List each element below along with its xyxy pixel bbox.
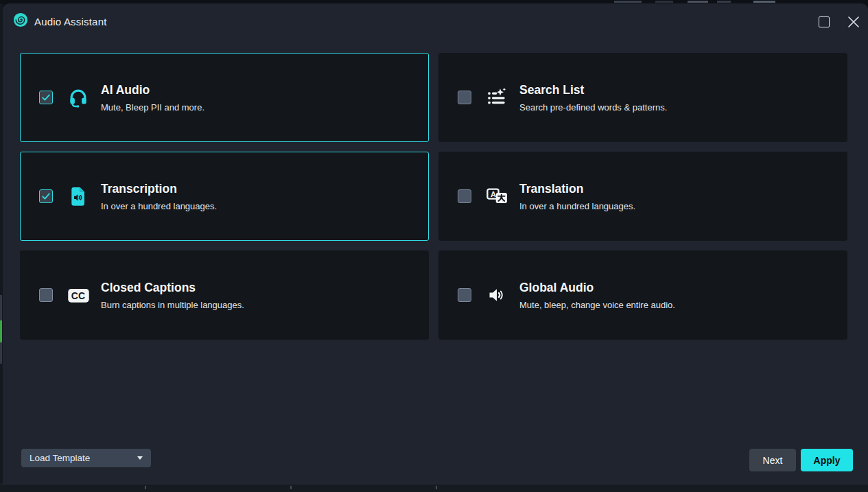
- card-title: Search List: [519, 83, 667, 97]
- divider-tick: [436, 486, 437, 489]
- card-description: Mute, Bleep PII and more.: [101, 102, 204, 113]
- background-window-bottom-edge: [0, 484, 868, 492]
- ai-audio-checkbox[interactable]: [39, 91, 53, 104]
- card-transcription[interactable]: Transcription In over a hundred language…: [20, 152, 429, 241]
- card-text: Closed Captions Burn captions in multipl…: [101, 281, 244, 310]
- card-description: Mute, bleep, change voice entire audio.: [519, 300, 675, 310]
- next-button[interactable]: Next: [749, 449, 796, 471]
- search-list-checkbox[interactable]: [458, 91, 471, 104]
- card-text: Search List Search pre-defined words & p…: [519, 83, 667, 113]
- closed-captions-checkbox[interactable]: [39, 288, 53, 302]
- svg-text:A: A: [490, 189, 495, 198]
- chevron-down-icon: [137, 456, 143, 460]
- global-audio-checkbox[interactable]: [458, 288, 471, 302]
- divider-tick: [145, 486, 146, 489]
- background-fragment: [753, 1, 775, 3]
- card-description: In over a hundred languages.: [519, 201, 635, 211]
- card-global-audio[interactable]: Global Audio Mute, bleep, change voice e…: [438, 250, 847, 340]
- audio-assistant-window: Audio Assistant AI: [3, 3, 868, 484]
- background-fragment: [655, 1, 673, 3]
- card-text: Transcription In over a hundred language…: [101, 182, 217, 211]
- card-ai-audio[interactable]: AI Audio Mute, Bleep PII and more.: [20, 53, 429, 142]
- card-text: Global Audio Mute, bleep, change voice e…: [519, 281, 675, 310]
- translate-icon: A: [484, 187, 509, 206]
- card-search-list[interactable]: Search List Search pre-defined words & p…: [438, 53, 847, 142]
- background-fragment: [688, 1, 708, 3]
- audio-document-icon: [66, 185, 91, 208]
- apply-button[interactable]: Apply: [801, 449, 853, 471]
- close-icon[interactable]: [847, 16, 860, 28]
- svg-text:CC: CC: [71, 290, 84, 301]
- titlebar: Audio Assistant: [3, 3, 868, 39]
- background-fragment: [614, 1, 642, 3]
- card-text: AI Audio Mute, Bleep PII and more.: [101, 83, 204, 113]
- card-title: Transcription: [101, 182, 217, 196]
- card-description: Search pre-defined words & patterns.: [519, 102, 667, 113]
- closed-captions-icon: CC: [66, 286, 91, 305]
- card-closed-captions[interactable]: CC Closed Captions Burn captions in mult…: [20, 250, 429, 340]
- card-text: Translation In over a hundred languages.: [519, 182, 635, 211]
- waveform-fragment: [0, 320, 2, 342]
- card-title: Global Audio: [519, 281, 675, 295]
- sparkle-list-icon: [484, 87, 509, 108]
- card-title: Closed Captions: [101, 281, 244, 295]
- window-title: Audio Assistant: [34, 16, 107, 27]
- spiral-logo-icon: [13, 12, 28, 27]
- headset-icon: [66, 86, 91, 108]
- feature-card-grid: AI Audio Mute, Bleep PII and more.: [20, 53, 847, 340]
- card-description: Burn captions in multiple languages.: [101, 300, 244, 310]
- load-template-dropdown[interactable]: Load Template: [21, 449, 151, 467]
- card-translation[interactable]: A Translation In over a hundred language…: [438, 152, 847, 241]
- transcription-checkbox[interactable]: [39, 189, 53, 203]
- maximize-icon[interactable]: [819, 16, 830, 27]
- divider-tick: [290, 486, 292, 489]
- load-template-label: Load Template: [30, 453, 90, 463]
- speaker-icon: [484, 285, 509, 305]
- card-description: In over a hundred languages.: [101, 201, 217, 211]
- translation-checkbox[interactable]: [458, 189, 471, 203]
- audio-assistant-screen: { "titlebar": { "title": "Audio Assistan…: [0, 0, 868, 492]
- card-title: AI Audio: [101, 83, 204, 97]
- card-title: Translation: [519, 182, 635, 196]
- background-fragment: [717, 1, 731, 3]
